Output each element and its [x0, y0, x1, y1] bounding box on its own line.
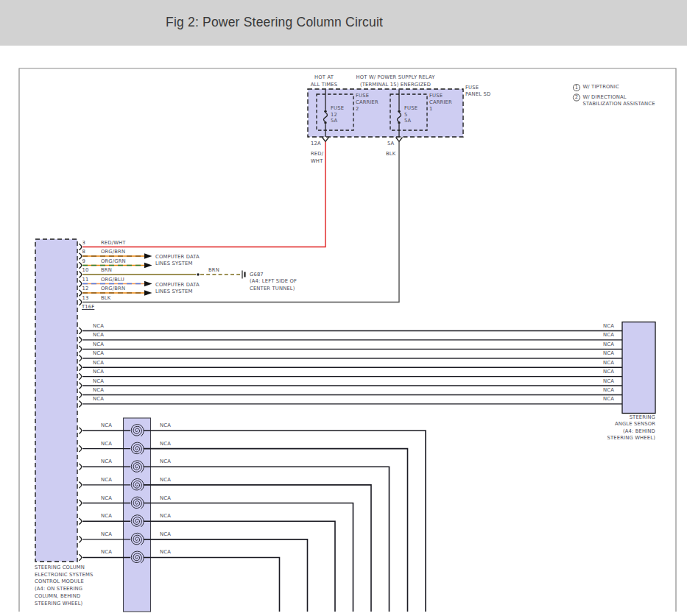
clockspring-wire	[144, 485, 371, 612]
fuse-panel-name: FUSE	[465, 85, 479, 91]
nca-label: NCA	[160, 514, 171, 519]
terminal-label: 12A	[311, 141, 321, 146]
supply-label: HOT W/ POWER SUPPLY RELAY	[337, 75, 454, 80]
pin-connector-icon	[79, 383, 81, 389]
nca-label: NCA	[596, 342, 614, 347]
carrier-label: CARRIER	[356, 100, 378, 105]
pin-connector-icon	[79, 346, 81, 353]
nca-label: NCA	[160, 423, 171, 428]
note-text: W/ DIRECTIONAL	[583, 95, 627, 100]
nca-label: NCA	[101, 496, 112, 501]
bus-label: COMPUTER DATA	[155, 255, 200, 260]
nca-label: NCA	[160, 496, 171, 501]
wire-blk	[82, 142, 399, 302]
fuse-panel-name: PANEL SD	[465, 92, 490, 97]
nca-label: NCA	[160, 532, 171, 537]
module-caption: (A4: ON STEERING	[35, 587, 82, 592]
diagram-canvas	[0, 0, 687, 616]
wire-color-label: WHT	[311, 159, 323, 164]
nca-label: NCA	[596, 379, 614, 384]
wiring-diagram-page: Fig 2: Power Steering Column Circuit	[0, 0, 687, 616]
nca-label: NCA	[101, 423, 112, 428]
fuse-label: FUSE	[331, 106, 344, 111]
note-text: STABILIZATION ASSISTANCE	[583, 102, 655, 107]
connector-id: T16F	[82, 305, 94, 310]
pin-number: 3	[82, 241, 85, 246]
nca-label: NCA	[160, 442, 171, 447]
fuse-label: 5A	[404, 118, 411, 124]
ground-location: CENTER TUNNEL)	[250, 286, 295, 291]
note-number: 1	[574, 85, 579, 91]
nca-label: NCA	[596, 351, 614, 356]
nca-label: NCA	[160, 459, 171, 464]
pin-connector-icon	[79, 364, 81, 371]
fuse-label: 5A	[331, 118, 337, 124]
sensor-caption: STEERING WHEEL)	[567, 436, 655, 441]
ground-location: (A4: LEFT SIDE OF	[250, 279, 297, 284]
clockspring-wire	[144, 521, 335, 612]
carrier-label: 2	[356, 107, 359, 112]
pin-connector-icon	[79, 328, 81, 334]
pin-number: 13	[82, 296, 89, 301]
wire-out-arrow	[396, 138, 403, 142]
pin-connector-icon	[79, 464, 81, 470]
pin-connector-icon	[79, 290, 81, 297]
bus-arrow-icon	[144, 253, 152, 259]
nca-label: NCA	[93, 361, 104, 366]
pin-connector-icon	[79, 280, 81, 287]
bus-label: LINES SYSTEM	[155, 261, 193, 266]
nca-label: NCA	[93, 342, 104, 347]
clockspring-wire	[144, 449, 408, 612]
pin-connector-icon	[79, 445, 81, 452]
wire-red-wht	[82, 142, 325, 247]
pin-connector-icon	[79, 262, 81, 269]
clockspring-wire	[144, 557, 280, 612]
wire-color-label: BRN	[208, 268, 219, 273]
wire-color-label: ORG/BLU	[101, 277, 124, 283]
pin-number: 11	[82, 277, 89, 283]
pin-connector-icon	[79, 253, 81, 260]
sensor-caption: (A4: BEHIND	[567, 429, 655, 434]
nca-label: NCA	[93, 369, 104, 375]
nca-label: NCA	[101, 532, 112, 537]
nca-label: NCA	[101, 442, 112, 447]
pin-connector-icon	[79, 537, 81, 543]
pin-connector-icon	[79, 244, 81, 250]
note-number: 2	[574, 95, 579, 100]
module-caption: STEERING COLUMN	[35, 565, 85, 570]
control-module-box	[35, 239, 77, 562]
wire-color-label: BRN	[101, 268, 112, 273]
pin-connector-icon	[79, 482, 81, 489]
nca-label: NCA	[93, 397, 104, 402]
pin-connector-icon	[79, 401, 81, 408]
nca-label: NCA	[101, 550, 112, 555]
note-text: W/ TIPTRONIC	[583, 85, 619, 90]
nca-label: NCA	[160, 550, 171, 555]
wire-color-label: ORG/GRN	[101, 259, 126, 264]
nca-label: NCA	[93, 388, 104, 393]
sensor-caption: ANGLE SENSOR	[567, 422, 655, 427]
nca-label: NCA	[596, 397, 614, 402]
sensor-caption: STEERING	[567, 415, 655, 420]
nca-label: NCA	[596, 388, 614, 393]
carrier-label: CARRIER	[429, 100, 452, 105]
pin-number: 8	[82, 249, 85, 255]
bus-arrow-icon	[144, 281, 152, 287]
nca-label: NCA	[93, 333, 104, 338]
pin-connector-icon	[79, 428, 81, 434]
fuse-label: 5	[404, 113, 407, 118]
nca-label: NCA	[93, 351, 104, 356]
nca-label: NCA	[596, 369, 614, 375]
pin-connector-icon	[79, 500, 81, 506]
wire-color-label: RED/	[311, 152, 323, 157]
pin-number: 10	[82, 268, 89, 273]
wire-color-label: RED/WHT	[101, 241, 126, 246]
wire-color-label: BLK	[386, 152, 395, 157]
terminal-label: 5A	[387, 141, 394, 146]
pin-number: 9	[82, 259, 85, 264]
module-caption: CONTROL MODULE	[35, 579, 84, 584]
bus-arrow-icon	[144, 263, 152, 269]
carrier-label: FUSE	[429, 93, 443, 99]
module-caption: ELECTRONIC SYSTEMS	[35, 573, 93, 578]
pin-connector-icon	[79, 272, 81, 278]
